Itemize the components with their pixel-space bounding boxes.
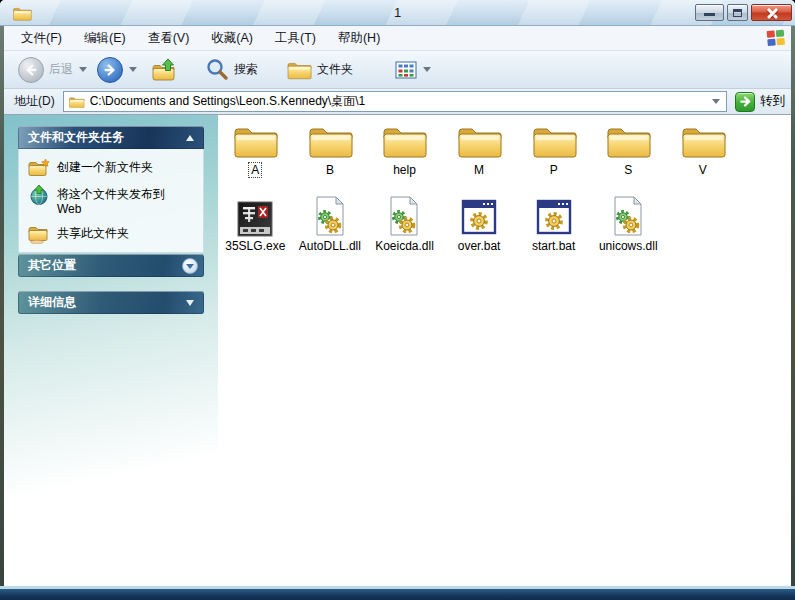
folder-label: B xyxy=(324,163,336,177)
details-title: 详细信息 xyxy=(28,294,76,311)
folder-item[interactable]: B xyxy=(293,119,368,177)
back-label: 后退 xyxy=(49,61,73,78)
back-button[interactable]: 后退 xyxy=(18,57,73,83)
folder-label: P xyxy=(548,163,560,177)
windows-logo-icon xyxy=(765,27,787,49)
explorer-window: 1 文件(F) 编辑(E) 查看(V) 收藏(A) 工具(T) 帮助(H) 后退 xyxy=(0,0,795,600)
folder-icon xyxy=(307,121,353,161)
views-button[interactable] xyxy=(395,60,431,80)
window-border-bottom xyxy=(0,586,795,600)
back-arrow-icon xyxy=(24,63,38,77)
file-list-area[interactable]: A B help M P xyxy=(218,115,791,586)
file-item[interactable]: over.bat xyxy=(442,191,517,253)
tasks-panel-header[interactable]: 文件和文件夹任务 xyxy=(18,126,204,149)
forward-button[interactable] xyxy=(87,57,123,83)
dll-file-icon xyxy=(386,195,422,237)
other-places-header[interactable]: 其它位置 xyxy=(18,254,204,277)
menu-favorites[interactable]: 收藏(A) xyxy=(200,27,264,50)
other-places-panel: 其它位置 xyxy=(18,254,204,277)
window-border-right xyxy=(791,26,795,586)
collapse-down-icon[interactable] xyxy=(186,300,194,306)
task-create-new-folder[interactable]: 创建一个新文件夹 xyxy=(28,158,197,178)
file-item[interactable]: 35SLG.exe xyxy=(218,191,293,253)
go-arrow-icon xyxy=(738,94,753,109)
up-folder-button[interactable] xyxy=(151,58,177,82)
folder-item[interactable]: A xyxy=(218,119,293,177)
publish-web-icon xyxy=(28,185,50,205)
window-border-left xyxy=(0,26,4,586)
address-label: 地址(D) xyxy=(14,93,55,110)
tasks-panel-body: 创建一个新文件夹 将这个文件夹发布到 Web 共享此文件夹 xyxy=(18,149,204,253)
bat-file-icon xyxy=(460,197,498,237)
folder-label: help xyxy=(391,163,418,177)
exe-file-icon xyxy=(237,201,273,237)
menu-view[interactable]: 查看(V) xyxy=(137,27,201,50)
folder-item[interactable]: M xyxy=(442,119,517,177)
address-bar: 地址(D) C:\Documents and Settings\Leon.S.K… xyxy=(4,89,791,115)
folder-label: S xyxy=(622,163,634,177)
forward-history-chevron[interactable] xyxy=(129,67,137,72)
file-label: 35SLG.exe xyxy=(223,239,287,253)
new-folder-icon xyxy=(28,158,50,178)
address-dropdown-button[interactable] xyxy=(708,93,724,110)
menu-tools[interactable]: 工具(T) xyxy=(264,27,327,50)
folders-button[interactable]: 文件夹 xyxy=(286,59,353,81)
folder-icon xyxy=(531,121,577,161)
menu-help[interactable]: 帮助(H) xyxy=(327,27,391,50)
file-item[interactable]: unicows.dll xyxy=(591,191,666,253)
chevron-down-icon xyxy=(712,99,720,104)
main-area: 文件和文件夹任务 创建一个新文件夹 将这个文件夹发布到 Web 共享此文件夹 xyxy=(4,115,791,586)
folder-item[interactable]: V xyxy=(666,119,741,177)
maximize-button[interactable] xyxy=(727,4,748,21)
address-folder-icon xyxy=(68,95,85,109)
maximize-icon xyxy=(733,9,742,17)
go-button[interactable] xyxy=(735,92,755,112)
folder-item[interactable]: S xyxy=(591,119,666,177)
details-panel: 详细信息 xyxy=(18,291,204,314)
search-button[interactable]: 搜索 xyxy=(205,58,258,82)
close-button[interactable] xyxy=(751,4,792,21)
menu-bar: 文件(F) 编辑(E) 查看(V) 收藏(A) 工具(T) 帮助(H) xyxy=(4,26,791,51)
task-publish-to-web[interactable]: 将这个文件夹发布到 Web xyxy=(28,185,197,217)
folder-item[interactable]: help xyxy=(367,119,442,177)
file-label: AutoDLL.dll xyxy=(297,239,363,253)
file-label: start.bat xyxy=(530,239,577,253)
tasks-panel-title: 文件和文件夹任务 xyxy=(28,129,124,146)
file-label: unicows.dll xyxy=(597,239,660,253)
folder-icon xyxy=(456,121,502,161)
tasks-panel: 文件和文件夹任务 创建一个新文件夹 将这个文件夹发布到 Web 共享此文件夹 xyxy=(18,126,204,253)
window-title: 1 xyxy=(0,5,795,20)
chevron-down-icon xyxy=(186,264,194,269)
folder-icon xyxy=(232,121,278,161)
go-label: 转到 xyxy=(760,93,785,110)
search-icon xyxy=(205,58,229,82)
menu-file[interactable]: 文件(F) xyxy=(10,27,73,50)
search-label: 搜索 xyxy=(234,61,258,78)
file-item[interactable]: start.bat xyxy=(516,191,591,253)
details-header[interactable]: 详细信息 xyxy=(18,291,204,314)
back-history-chevron[interactable] xyxy=(79,67,87,72)
other-places-title: 其它位置 xyxy=(28,257,76,274)
address-path[interactable]: C:\Documents and Settings\Leon.S.Kennedy… xyxy=(90,93,708,110)
folder-item[interactable]: P xyxy=(516,119,591,177)
file-item[interactable]: Koeicda.dll xyxy=(367,191,442,253)
expand-button[interactable] xyxy=(182,258,198,274)
folder-label: M xyxy=(472,163,486,177)
minimize-icon xyxy=(704,13,715,16)
share-folder-icon xyxy=(28,224,50,244)
folder-row: A B help M P xyxy=(218,119,740,177)
minimize-button[interactable] xyxy=(695,4,724,21)
task-share-folder[interactable]: 共享此文件夹 xyxy=(28,224,197,244)
file-item[interactable]: AutoDLL.dll xyxy=(293,191,368,253)
views-chevron xyxy=(423,67,431,72)
dll-file-icon xyxy=(312,195,348,237)
menu-edit[interactable]: 编辑(E) xyxy=(73,27,137,50)
file-label: over.bat xyxy=(456,239,503,253)
folder-label-selected: A xyxy=(249,163,261,177)
folders-icon xyxy=(286,59,312,81)
bat-file-icon xyxy=(535,197,573,237)
collapse-up-icon[interactable] xyxy=(186,135,194,141)
views-icon xyxy=(395,60,417,80)
address-input[interactable]: C:\Documents and Settings\Leon.S.Kennedy… xyxy=(63,91,727,112)
folder-label: V xyxy=(697,163,709,177)
